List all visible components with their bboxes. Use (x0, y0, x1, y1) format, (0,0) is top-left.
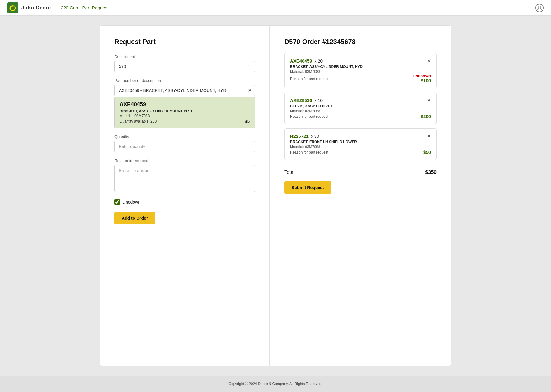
order-item-part-row: AXE28536 x 10 (290, 98, 323, 103)
order-item-part-number: H225721 (290, 133, 309, 139)
order-item-price-block: LINEDOWN $100 (413, 74, 431, 83)
john-deere-logo (7, 2, 18, 13)
order-item-reason-text: Reason for part request (290, 114, 328, 119)
order-item-reason-row: Reason for part request $50 (290, 150, 431, 155)
footer: Copyright © 2024 Deere & Company. All Ri… (0, 376, 551, 392)
order-item-card: AXE40459 x 20 ✕ BRACKET, ASSY-CYLINDER M… (284, 53, 437, 88)
department-field-group: Department 570 (114, 54, 255, 72)
suggestion-price: $5 (245, 119, 250, 124)
logo-area: John Deere (7, 2, 51, 13)
suggestion-description: BRACKET, ASSY-CYLINDER MOUNT, HYD (120, 109, 250, 113)
clear-search-icon[interactable]: ✕ (248, 88, 252, 93)
order-item-price: $100 (421, 78, 431, 83)
linedown-label[interactable]: Linedown (122, 200, 140, 204)
order-item-description: BRACKET, ASSY-CYLINDER MOUNT, HYD (290, 65, 431, 69)
content-card: Request Part Department 570 Part (100, 25, 451, 366)
part-search-field-group: Part number or description ✕ AXE40459 BR… (114, 78, 255, 128)
footer-text: Copyright © 2024 Deere & Company. All Ri… (228, 382, 322, 386)
header-divider (56, 4, 56, 12)
order-item-card: H225721 x 30 ✕ BRACKET, FRONT LH SHIELD … (284, 128, 437, 160)
order-item-header: AXE40459 x 20 ✕ (290, 58, 431, 63)
order-title: D570 Order #12345678 (284, 38, 437, 46)
department-select-wrapper: 570 (114, 61, 255, 72)
order-item-part-number: AXE28536 (290, 98, 312, 103)
order-item-qty: x 20 (315, 59, 323, 63)
order-item-reason-row: Reason for part request LINEDOWN $100 (290, 74, 431, 83)
order-item-header: AXE28536 x 10 ✕ (290, 98, 431, 103)
order-item-close-button[interactable]: ✕ (427, 134, 431, 139)
part-search-wrapper: ✕ (114, 85, 255, 96)
part-search-input[interactable] (114, 85, 255, 96)
left-panel: Request Part Department 570 Part (100, 26, 270, 366)
order-item-reason-row: Reason for part request $200 (290, 114, 431, 119)
reason-field-group: Reason for request (114, 158, 255, 193)
order-item-part-row: H225721 x 30 (290, 133, 319, 139)
total-amount: $350 (425, 169, 437, 175)
request-part-title: Request Part (114, 38, 255, 46)
submit-request-button[interactable]: Submit Request (284, 181, 331, 194)
order-item-part-row: AXE40459 x 20 (290, 58, 323, 63)
order-item-price-block: $200 (421, 114, 431, 119)
user-icon[interactable] (535, 4, 544, 12)
order-item-material: Material: 03M7088 (290, 109, 431, 113)
order-item-material: Material: 03M7088 (290, 145, 431, 149)
suggestion-material: Material: 03M7088 (120, 114, 250, 118)
company-name: John Deere (21, 5, 51, 11)
order-item-price: $50 (423, 150, 431, 155)
right-panel: D570 Order #12345678 AXE40459 x 20 ✕ BRA… (270, 26, 451, 366)
order-items-container: AXE40459 x 20 ✕ BRACKET, ASSY-CYLINDER M… (284, 53, 437, 160)
order-item-price-block: $50 (423, 150, 431, 155)
order-item-description: CLEVIS, ASSY-LH PIVOT (290, 104, 431, 108)
main-content: Request Part Department 570 Part (0, 16, 551, 376)
order-item-material: Material: 03M7088 (290, 69, 431, 74)
page-title: 220 Crib - Part Request (61, 5, 109, 10)
linedown-checkbox-row: Linedown (114, 199, 255, 205)
order-item-close-button[interactable]: ✕ (427, 98, 431, 103)
order-item-reason-text: Reason for part request (290, 150, 328, 154)
order-item-part-number: AXE40459 (290, 58, 312, 63)
department-label: Department (114, 54, 255, 59)
total-label: Total (284, 170, 295, 175)
order-item-header: H225721 x 30 ✕ (290, 133, 431, 139)
suggestion-dropdown[interactable]: AXE40459 BRACKET, ASSY-CYLINDER MOUNT, H… (114, 97, 255, 128)
reason-textarea[interactable] (114, 165, 255, 192)
part-search-label: Part number or description (114, 78, 255, 83)
quantity-label: Quantity (114, 134, 255, 139)
order-item-close-button[interactable]: ✕ (427, 59, 431, 63)
order-item-description: BRACKET, FRONT LH SHIELD LOWER (290, 140, 431, 144)
svg-point-2 (539, 6, 540, 8)
suggestion-qty-row: Quantity available: 200 $5 (120, 119, 250, 124)
header: John Deere 220 Crib - Part Request (0, 0, 551, 16)
order-item-price: $200 (421, 114, 431, 119)
reason-label: Reason for request (114, 158, 255, 163)
linedown-badge: LINEDOWN (413, 74, 431, 78)
suggestion-part-number: AXE40459 (120, 101, 250, 108)
add-to-order-button[interactable]: Add to Order (114, 212, 155, 224)
suggestion-qty-text: Quantity available: 200 (120, 119, 157, 123)
linedown-checkbox[interactable] (114, 199, 120, 205)
department-select[interactable]: 570 (114, 61, 255, 72)
order-item-card: AXE28536 x 10 ✕ CLEVIS, ASSY-LH PIVOT Ma… (284, 93, 437, 124)
order-item-qty: x 30 (311, 134, 319, 139)
total-row: Total $350 (284, 164, 437, 181)
order-item-qty: x 10 (315, 98, 323, 103)
quantity-field-group: Quantity (114, 134, 255, 152)
order-item-reason-text: Reason for part request (290, 77, 328, 81)
quantity-input[interactable] (114, 141, 255, 152)
